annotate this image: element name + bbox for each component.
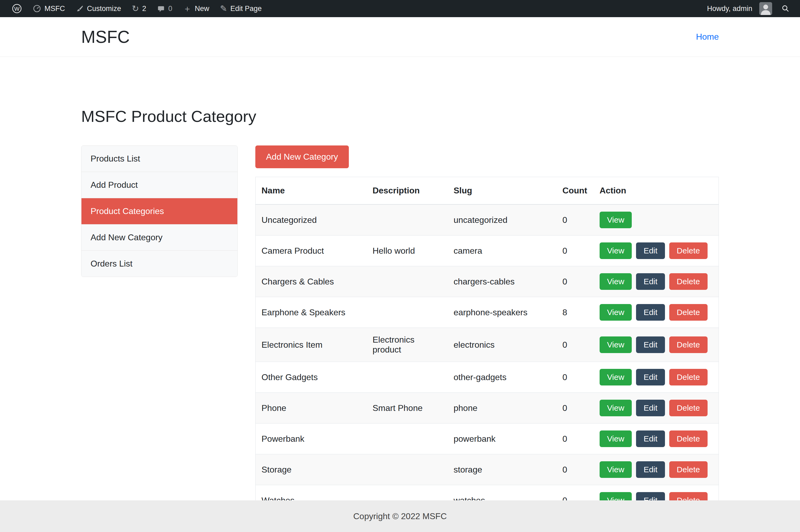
search-icon — [781, 4, 790, 13]
edit-page-menu[interactable]: ✎ Edit Page — [215, 0, 267, 17]
cell-count: 0 — [556, 393, 593, 423]
cell-name: Other Gadgets — [255, 362, 367, 393]
cell-description — [366, 266, 448, 297]
delete-button[interactable]: Delete — [669, 461, 708, 478]
cell-slug: powerbank — [448, 423, 556, 454]
table-row: Earphone & Speakersearphone-speakers8Vie… — [255, 297, 719, 328]
customize-brush-icon — [76, 4, 84, 13]
main-content: MSFC Product Category Products ListAdd P… — [81, 107, 719, 516]
new-label: New — [195, 4, 209, 13]
add-new-category-button[interactable]: Add New Category — [255, 146, 349, 168]
delete-button[interactable]: Delete — [669, 369, 708, 385]
view-button[interactable]: View — [599, 461, 632, 478]
sidebar-item-add-new-category[interactable]: Add New Category — [81, 225, 237, 251]
edit-button[interactable]: Edit — [636, 369, 665, 385]
customize-menu[interactable]: Customize — [71, 0, 127, 17]
my-account-menu[interactable]: Howdy, admin — [702, 0, 778, 17]
delete-button[interactable]: Delete — [669, 400, 708, 416]
edit-button[interactable]: Edit — [636, 400, 665, 416]
delete-button[interactable]: Delete — [669, 243, 708, 259]
column-header-action: Action — [594, 177, 719, 205]
view-button[interactable]: View — [599, 369, 632, 385]
cell-actions: View — [594, 204, 719, 235]
view-button[interactable]: View — [599, 212, 632, 228]
column-header-description: Description — [366, 177, 448, 205]
site-footer: Copyright © 2022 MSFC — [0, 500, 800, 532]
site-name-menu[interactable]: MSFC — [27, 0, 71, 17]
table-header-row: Name Description Slug Count Action — [255, 177, 719, 205]
cell-actions: ViewEditDelete — [594, 393, 719, 423]
category-table-body: Uncategorizeduncategorized0ViewCamera Pr… — [255, 204, 719, 516]
view-button[interactable]: View — [599, 273, 632, 290]
cell-actions: ViewEditDelete — [594, 423, 719, 454]
cell-actions: ViewEditDelete — [594, 297, 719, 328]
cell-slug: earphone-speakers — [448, 297, 556, 328]
view-button[interactable]: View — [599, 337, 632, 353]
edit-button[interactable]: Edit — [636, 243, 665, 259]
wp-admin-bar: W MSFC Customize ↻ 2 — [0, 0, 800, 17]
table-row: Uncategorizeduncategorized0View — [255, 204, 719, 235]
edit-button[interactable]: Edit — [636, 337, 665, 353]
view-button[interactable]: View — [599, 431, 632, 447]
wordpress-menu[interactable]: W — [6, 0, 27, 17]
delete-button[interactable]: Delete — [669, 304, 708, 321]
edit-page-label: Edit Page — [230, 4, 262, 13]
edit-button[interactable]: Edit — [636, 461, 665, 478]
sidebar-item-products-list[interactable]: Products List — [81, 146, 237, 172]
table-row: PhoneSmart Phonephone0ViewEditDelete — [255, 393, 719, 423]
new-content-menu[interactable]: ＋ New — [178, 0, 215, 17]
cell-description: Hello world — [366, 235, 448, 266]
comments-bubble-icon — [157, 4, 165, 13]
view-button[interactable]: View — [599, 304, 632, 321]
svg-text:W: W — [14, 6, 20, 12]
cell-slug: other-gadgets — [448, 362, 556, 393]
delete-button[interactable]: Delete — [669, 431, 708, 447]
cell-count: 0 — [556, 454, 593, 485]
cell-description: Electronics product — [366, 328, 448, 362]
edit-button[interactable]: Edit — [636, 273, 665, 290]
cell-description — [366, 204, 448, 235]
cell-count: 0 — [556, 362, 593, 393]
edit-button[interactable]: Edit — [636, 304, 665, 321]
pencil-icon: ✎ — [220, 4, 227, 13]
updates-menu[interactable]: ↻ 2 — [127, 0, 152, 17]
wordpress-logo-icon: W — [12, 3, 22, 14]
cell-description — [366, 454, 448, 485]
cell-count: 0 — [556, 423, 593, 454]
copyright-text: Copyright © 2022 MSFC — [353, 511, 446, 521]
cell-actions: ViewEditDelete — [594, 454, 719, 485]
sidebar-item-add-product[interactable]: Add Product — [81, 172, 237, 198]
view-button[interactable]: View — [599, 400, 632, 416]
view-button[interactable]: View — [599, 243, 632, 259]
cell-name: Camera Product — [255, 235, 367, 266]
plus-icon: ＋ — [183, 4, 192, 13]
column-header-name: Name — [255, 177, 367, 205]
cell-slug: camera — [448, 235, 556, 266]
comments-menu[interactable]: 0 — [152, 0, 178, 17]
sidebar-item-orders-list[interactable]: Orders List — [81, 251, 237, 277]
nav-home-link[interactable]: Home — [696, 32, 719, 42]
sidebar-item-product-categories[interactable]: Product Categories — [81, 198, 237, 225]
table-row: Powerbankpowerbank0ViewEditDelete — [255, 423, 719, 454]
site-title[interactable]: MSFC — [81, 27, 130, 47]
cell-count: 0 — [556, 204, 593, 235]
cell-actions: ViewEditDelete — [594, 328, 719, 362]
cell-actions: ViewEditDelete — [594, 235, 719, 266]
table-row: Other Gadgetsother-gadgets0ViewEditDelet… — [255, 362, 719, 393]
comments-count: 0 — [168, 4, 172, 13]
page-title: MSFC Product Category — [81, 107, 719, 126]
cell-description — [366, 297, 448, 328]
delete-button[interactable]: Delete — [669, 337, 708, 353]
cell-slug: storage — [448, 454, 556, 485]
cell-count: 0 — [556, 328, 593, 362]
cell-count: 0 — [556, 266, 593, 297]
edit-button[interactable]: Edit — [636, 431, 665, 447]
cell-count: 0 — [556, 235, 593, 266]
adminbar-search[interactable] — [778, 0, 794, 17]
cell-slug: chargers-cables — [448, 266, 556, 297]
table-row: Chargers & Cableschargers-cables0ViewEdi… — [255, 266, 719, 297]
cell-slug: uncategorized — [448, 204, 556, 235]
howdy-label: Howdy, admin — [707, 4, 752, 13]
delete-button[interactable]: Delete — [669, 273, 708, 290]
column-header-slug: Slug — [448, 177, 556, 205]
